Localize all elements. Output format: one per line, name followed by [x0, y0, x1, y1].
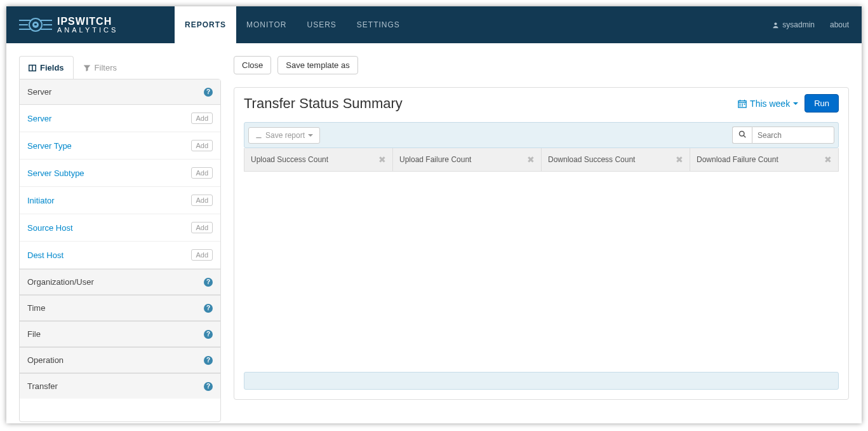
- column-upload-failure[interactable]: Upload Failure Count ✖: [393, 148, 542, 171]
- user-icon: [772, 22, 779, 29]
- run-button[interactable]: Run: [805, 94, 839, 113]
- group-file[interactable]: File ?: [20, 321, 220, 347]
- nav-settings[interactable]: SETTINGS: [347, 6, 410, 43]
- top-navbar: IPSWITCH ANALYTICS REPORTS MONITOR USERS…: [6, 6, 862, 43]
- field-link[interactable]: Server: [27, 114, 51, 123]
- column-download-success[interactable]: Download Success Count ✖: [542, 148, 690, 171]
- field-dest-host: Dest Host Add: [20, 242, 220, 269]
- add-button[interactable]: Add: [191, 222, 213, 233]
- report-data-area: [244, 172, 839, 369]
- columns-icon: [29, 64, 36, 72]
- chevron-down-icon: [793, 102, 798, 105]
- svg-point-9: [775, 22, 777, 25]
- field-server: Server Add: [20, 105, 220, 132]
- download-icon: [255, 132, 262, 139]
- nav-reports[interactable]: REPORTS: [175, 6, 236, 43]
- remove-column-icon[interactable]: ✖: [824, 154, 832, 165]
- column-download-failure[interactable]: Download Failure Count ✖: [690, 148, 838, 171]
- calendar-icon: [738, 99, 747, 108]
- about-link[interactable]: about: [830, 20, 849, 29]
- help-icon[interactable]: ?: [204, 304, 213, 313]
- nav-users[interactable]: USERS: [297, 6, 346, 43]
- help-icon[interactable]: ?: [204, 356, 213, 365]
- brand-line1: IPSWITCH: [57, 17, 118, 27]
- report-title: Transfer Status Summary: [244, 95, 403, 112]
- report-footer-bar: [244, 372, 839, 390]
- remove-column-icon[interactable]: ✖: [676, 154, 683, 165]
- help-icon[interactable]: ?: [204, 88, 213, 97]
- svg-line-22: [744, 135, 745, 137]
- tab-fields[interactable]: Fields: [19, 56, 74, 79]
- brand-line2: ANALYTICS: [57, 27, 118, 34]
- help-icon[interactable]: ?: [204, 382, 213, 391]
- add-button[interactable]: Add: [191, 167, 213, 179]
- search-icon: [738, 130, 746, 138]
- close-button[interactable]: Close: [234, 56, 271, 74]
- svg-rect-18: [744, 104, 745, 105]
- help-icon[interactable]: ?: [204, 330, 213, 339]
- field-link[interactable]: Server Subtype: [27, 168, 84, 178]
- remove-column-icon[interactable]: ✖: [527, 154, 535, 165]
- svg-rect-8: [34, 24, 37, 25]
- group-organization-user[interactable]: Organization/User ?: [20, 269, 220, 295]
- fields-scroll[interactable]: Server Add Server Type Add Server Subtyp…: [20, 105, 220, 421]
- date-range-selector[interactable]: This week: [738, 99, 798, 109]
- nav-monitor[interactable]: MONITOR: [236, 6, 297, 43]
- field-source-host: Source Host Add: [20, 214, 220, 242]
- column-headers: Upload Success Count ✖ Upload Failure Co…: [244, 148, 839, 172]
- filter-icon: [83, 64, 91, 72]
- chevron-down-icon: [308, 134, 313, 137]
- user-menu[interactable]: sysadmin: [772, 20, 815, 29]
- search-input[interactable]: [752, 127, 834, 144]
- add-button[interactable]: Add: [191, 113, 213, 124]
- field-initiator: Initiator Add: [20, 187, 220, 214]
- group-time[interactable]: Time ?: [20, 295, 220, 321]
- save-report-button[interactable]: Save report: [248, 127, 320, 144]
- field-server-subtype: Server Subtype Add: [20, 160, 220, 187]
- sidebar: Fields Filters Server ? Server Add: [19, 56, 221, 422]
- group-operation[interactable]: Operation ?: [20, 347, 220, 373]
- field-link[interactable]: Source Host: [27, 223, 73, 233]
- column-upload-success[interactable]: Upload Success Count ✖: [244, 148, 393, 171]
- add-button[interactable]: Add: [191, 195, 213, 206]
- group-server[interactable]: Server ?: [20, 79, 220, 105]
- svg-rect-19: [740, 105, 741, 106]
- field-link[interactable]: Dest Host: [27, 250, 63, 260]
- tab-filters[interactable]: Filters: [74, 56, 126, 79]
- main-content: Close Save template as Transfer Status S…: [234, 56, 849, 422]
- brand-logo: IPSWITCH ANALYTICS: [6, 6, 175, 43]
- field-link[interactable]: Initiator: [27, 196, 55, 205]
- svg-rect-20: [742, 105, 743, 106]
- add-button[interactable]: Add: [191, 140, 213, 151]
- remove-column-icon[interactable]: ✖: [378, 154, 386, 165]
- add-button[interactable]: Add: [191, 249, 213, 261]
- field-link[interactable]: Server Type: [27, 141, 72, 151]
- search-button[interactable]: [732, 127, 752, 144]
- svg-rect-17: [742, 104, 743, 105]
- save-template-button[interactable]: Save template as: [277, 56, 357, 74]
- nav-tabs: REPORTS MONITOR USERS SETTINGS: [175, 6, 410, 43]
- group-transfer[interactable]: Transfer ?: [20, 373, 220, 399]
- logo-icon: [19, 15, 52, 34]
- field-server-type: Server Type Add: [20, 132, 220, 160]
- svg-point-21: [740, 132, 745, 137]
- svg-rect-16: [740, 104, 741, 105]
- help-icon[interactable]: ?: [204, 278, 213, 287]
